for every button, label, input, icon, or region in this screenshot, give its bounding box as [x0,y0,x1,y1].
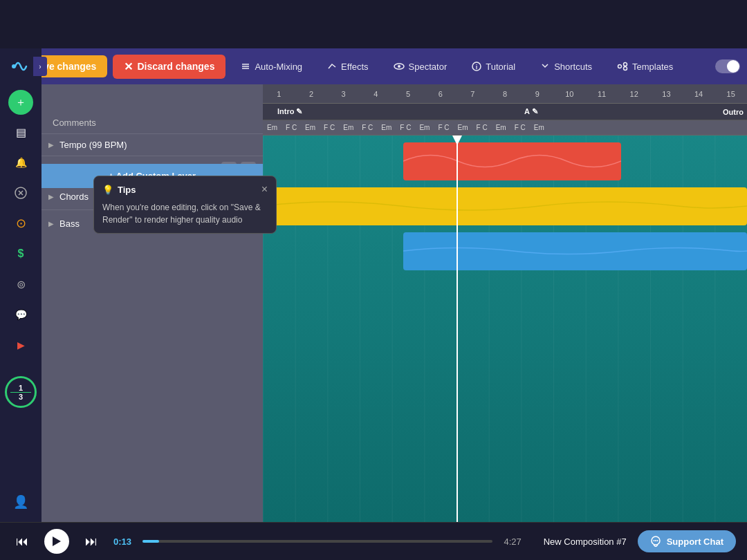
ruler-mark: 11 [586,84,618,103]
svg-point-14 [618,65,622,68]
chord-item: Em [301,124,320,131]
sidebar-collapse-btn[interactable]: › [33,57,47,76]
progress-bar-fill [142,540,159,543]
sidebar-dollar[interactable]: $ [8,241,34,267]
melody-track-block[interactable] [403,142,621,180]
ruler-mark: 15 [714,84,747,103]
support-chat-button[interactable]: Support Chat [638,530,736,552]
svg-point-0 [12,64,16,68]
chord-item: F C [320,124,339,131]
chords-arrow: ▶ [48,193,54,200]
ruler-mark: 12 [618,84,650,103]
discard-changes-button[interactable]: ✕ Discard changes [113,55,225,79]
svg-point-22 [655,540,656,541]
tooltip-close-button[interactable]: × [261,183,268,196]
sidebar-discord[interactable]: 💬 [8,301,34,328]
sidebar-youtube[interactable]: ▶ [8,332,34,358]
timeline-area: 123456789101112131415 Intro ✎ A ✎ Outro … [263,84,747,522]
templates-icon [617,62,628,71]
svg-point-11 [398,65,400,68]
sidebar-add[interactable]: ＋ [8,90,33,115]
tips-tooltip: 💡 Tips × When you're done editing, click… [93,176,277,234]
section-a: A ✎ [524,107,538,116]
auto-mixing-icon [241,62,250,71]
spectator-icon [394,63,405,70]
svg-point-15 [624,63,627,66]
shortcuts-button[interactable]: Shortcuts [531,56,602,77]
top-nav [0,0,747,48]
ruler-mark: 8 [489,84,522,103]
chords-row-display: EmF CEmF CEmF CEmF CEmF CEmF CEmF CEm [263,120,747,136]
ruler-mark: 14 [683,84,715,103]
chords-track-block[interactable] [263,187,747,225]
ruler-mark: 6 [424,84,456,103]
svg-point-21 [653,540,654,541]
bass-track-block[interactable] [403,232,747,270]
chat-icon [650,536,661,547]
track-panel: 💡 Tips × When you're done editing, click… [42,84,263,522]
toggle-switch[interactable] [715,59,740,73]
chord-item: F C [396,124,415,131]
auto-mixing-button[interactable]: Auto-Mixing [231,56,312,77]
spectator-button[interactable]: Spectator [384,56,457,77]
tutorial-button[interactable]: i Tutorial [462,56,525,77]
svg-point-16 [624,67,627,71]
comments-row[interactable]: Comments [42,112,263,133]
chord-item: F C [282,124,301,131]
svg-point-23 [656,540,658,541]
tracks-container [263,136,747,522]
section-outro: Outro [723,108,744,116]
sidebar-dashboard[interactable]: ▤ [8,119,34,145]
ruler: 123456789101112131415 [263,84,747,104]
chord-item: Em [263,124,282,131]
effects-button[interactable]: Effects [317,56,378,77]
total-time: 4:27 [504,536,521,547]
chord-item: Em [415,124,434,131]
ruler-mark: 1 [263,84,295,103]
effects-icon [327,62,337,71]
tutorial-icon: i [472,62,481,71]
templates-button[interactable]: Templates [607,56,683,77]
play-button[interactable] [44,529,69,554]
ruler-mark: 5 [392,84,425,103]
progress-bar[interactable] [142,540,492,543]
skip-forward-button[interactable]: ⏭ [80,530,102,552]
composition-name: New Composition #7 [544,536,627,547]
chord-item: F C [434,124,453,131]
sections-row: Intro ✎ A ✎ Outro [263,104,747,120]
skip-back-button[interactable]: ⏮ [11,530,33,552]
sidebar-coin[interactable]: ⊙ [8,210,34,236]
ruler-mark: 10 [553,84,586,103]
chord-item: F C [472,124,492,131]
ruler-mark: 3 [327,84,360,103]
tooltip-body: When you're done editing, click on "Save… [102,201,268,226]
chord-item: Em [454,124,472,131]
svg-text:i: i [476,64,478,71]
x-icon [15,187,27,199]
shortcuts-icon [540,62,550,71]
toolbar: Save changes ✕ Discard changes Auto-Mixi… [0,48,747,84]
ruler-mark: 9 [521,84,553,103]
section-intro: Intro ✎ [277,107,303,116]
chord-item: Em [530,124,548,131]
bottom-bar: ⏮ ⏭ 0:13 4:27 New Composition #7 Support… [0,522,747,560]
svg-marker-19 [53,536,61,546]
sidebar-notification[interactable]: 🔔 [8,149,34,176]
play-icon [53,536,61,546]
sidebar-user[interactable]: 👤 [8,489,34,515]
chord-item: Em [339,124,358,131]
circle-counter[interactable]: 1 3 [5,376,37,408]
sidebar-record[interactable]: ⊚ [8,271,34,297]
logo-icon [10,55,32,77]
bass-arrow: ▶ [48,220,54,227]
ruler-mark: 13 [650,84,683,103]
chord-item: Em [377,124,396,131]
current-time: 0:13 [113,536,131,547]
ruler-mark: 4 [360,84,392,103]
chord-item: Em [492,124,510,131]
chord-item: F C [510,124,530,131]
sidebar: ＋ ▤ 🔔 ⊙ $ ⊚ 💬 ▶ 1 3 👤 [0,48,42,522]
sidebar-close[interactable] [8,180,34,206]
tempo-row[interactable]: ▶ Tempo (99 BPM) [42,133,263,156]
ruler-mark: 7 [456,84,489,103]
